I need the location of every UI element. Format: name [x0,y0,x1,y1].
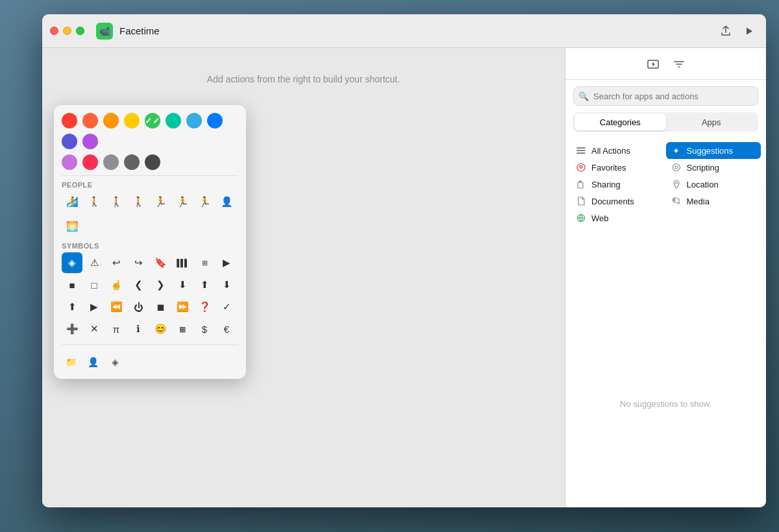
icon-power[interactable]: ⏻ [128,296,149,317]
color-orange-red[interactable] [82,113,98,128]
categories-columns: All Actions Favorite [565,142,766,226]
icon-run1[interactable]: 🏃 [150,191,171,212]
left-cat-column: All Actions Favorite [571,142,666,226]
cat-web[interactable]: Web [571,210,666,226]
no-suggestions: No suggestions to show. [565,301,766,508]
icon-plus[interactable]: ➕ [62,319,82,339]
documents-icon [576,196,586,206]
icon-smile[interactable]: 😊 [150,319,171,339]
right-panel: 🔍 Categories Apps [565,48,766,507]
color-blue[interactable] [207,113,223,128]
right-panel-header [565,48,766,80]
minimize-button[interactable] [63,27,71,35]
color-picker-popup: ✓ PEOPLE 🏄 [54,105,246,379]
icon-square-fill[interactable]: ■ [62,274,82,295]
search-input[interactable] [573,86,758,106]
icon-layers2[interactable]: ◈ [106,353,124,371]
search-bar: 🔍 [573,86,758,106]
location-icon [671,179,682,189]
run-button[interactable] [740,22,758,40]
color-teal[interactable] [166,113,181,128]
cat-sharing[interactable]: Sharing [571,176,666,193]
icon-folder[interactable]: 📁 [62,353,80,371]
color-gray[interactable] [103,154,119,170]
icon-chevron-right[interactable]: ❯ [150,274,171,295]
right-cat-column: ✦ Suggestions Scripting [666,142,761,226]
icon-download[interactable]: ⬇ [172,274,193,295]
icon-info[interactable]: ℹ [128,319,149,339]
icon-barcode[interactable]: ▌▌▌ [172,252,193,273]
icon-stop[interactable]: ⏹ [150,296,171,317]
title-bar-actions [717,22,758,40]
icon-qr[interactable]: ⊞ [194,252,215,273]
icon-chevron-up[interactable]: ⬆ [194,274,215,295]
icon-sunrise[interactable]: 🌅 [62,216,82,237]
icon-table[interactable]: ▦ [172,319,193,339]
color-green[interactable]: ✓ [145,113,160,128]
icon-question[interactable]: ❓ [194,296,215,317]
icon-dollar[interactable]: $ [194,319,215,339]
icon-walk1[interactable]: 🚶 [84,191,105,212]
color-darker-gray[interactable] [145,154,160,170]
svg-point-4 [675,166,678,169]
color-dark-gray[interactable] [124,154,140,170]
popup-divider-1 [62,175,238,176]
icon-walk3[interactable]: 🚶 [128,191,149,212]
color-violet[interactable] [82,134,98,149]
icon-upload[interactable]: ⬆ [62,296,82,317]
color-light-blue[interactable] [186,113,202,128]
editor-placeholder: Add actions from the right to build your… [207,74,400,84]
color-row-1: ✓ [62,113,238,149]
svg-point-3 [673,164,680,171]
cat-location[interactable]: Location [666,176,761,193]
icon-undo[interactable]: ↩ [106,252,127,273]
tab-categories[interactable]: Categories [575,114,666,130]
panel-filter-button[interactable] [669,54,689,74]
close-button[interactable] [50,27,58,35]
cat-scripting[interactable]: Scripting [666,159,761,176]
cat-media[interactable]: Media [666,193,761,210]
color-yellow[interactable] [124,113,140,128]
icon-run2[interactable]: 🏃 [172,191,193,212]
color-red[interactable] [62,113,77,128]
icon-play[interactable]: ▶ [216,252,237,273]
web-icon [576,213,586,223]
icon-x[interactable]: ✕ [84,319,105,339]
icon-rewind[interactable]: ⏪ [106,296,127,317]
icon-touch[interactable]: ☝ [106,274,127,295]
icon-chevron-down[interactable]: ⬇ [216,274,237,295]
color-purple[interactable] [62,134,77,149]
icon-person[interactable]: 👤 [216,191,237,212]
icon-pi[interactable]: π [106,319,127,339]
icon-bookmark[interactable]: 🔖 [150,252,171,273]
tab-apps[interactable]: Apps [666,114,758,130]
icon-surfer[interactable]: 🏄 [62,191,82,212]
shortcut-title-input[interactable] [119,25,710,36]
icon-run3[interactable]: 🏃 [194,191,215,212]
icon-fastforward[interactable]: ⏩ [172,296,193,317]
icon-redo[interactable]: ↪ [128,252,149,273]
color-pink[interactable] [82,154,98,170]
shortcut-icon[interactable]: 📹 [96,23,113,40]
icon-chevron-left[interactable]: ❮ [128,274,149,295]
title-bar: 📹 [42,14,766,48]
color-orange[interactable] [103,113,119,128]
cat-suggestions[interactable]: ✦ Suggestions [666,142,761,159]
segment-control: Categories Apps [573,112,758,132]
favorites-icon [576,162,586,173]
icon-warning[interactable]: ⚠ [84,252,105,273]
cat-favorites[interactable]: Favorites [571,159,666,176]
icon-layers[interactable]: ◈ [62,252,82,273]
panel-add-button[interactable] [643,54,663,74]
icon-user[interactable]: 👤 [84,353,102,371]
icon-play2[interactable]: ▶ [84,296,105,317]
icon-square-empty[interactable]: □ [84,274,105,295]
icon-check[interactable]: ✓ [216,296,237,317]
icon-walk2[interactable]: 🚶 [106,191,127,212]
icon-euro[interactable]: € [216,319,237,339]
cat-all-actions[interactable]: All Actions [571,142,666,159]
cat-documents[interactable]: Documents [571,193,666,210]
maximize-button[interactable] [76,27,84,35]
color-pink-purple[interactable] [62,154,77,170]
share-button[interactable] [717,22,735,40]
